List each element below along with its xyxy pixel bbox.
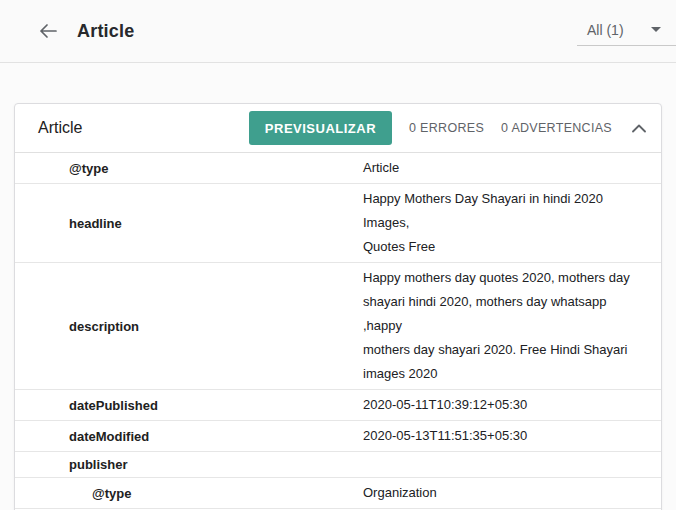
field-value: Happy mothers day quotes 2020, mothers d… bbox=[363, 263, 661, 389]
field-value bbox=[363, 462, 661, 468]
field-key: @type bbox=[15, 481, 363, 506]
field-key: description bbox=[15, 314, 363, 339]
caret-down-icon bbox=[651, 27, 661, 32]
table-row[interactable]: publisher bbox=[15, 452, 661, 478]
chevron-up-icon bbox=[632, 124, 646, 133]
schema-table: @type Article headline Happy Mothers Day… bbox=[15, 153, 661, 510]
table-row[interactable]: datePublished 2020-05-11T10:39:12+05:30 bbox=[15, 390, 661, 421]
field-value: Happy Mothers Day Shayari in hindi 2020 … bbox=[363, 184, 661, 262]
card-header: Article PREVISUALIZAR 0 ERRORES 0 ADVERT… bbox=[15, 104, 661, 153]
field-key: headline bbox=[15, 211, 363, 236]
card-title: Article bbox=[38, 119, 82, 137]
arrow-left-icon bbox=[39, 24, 57, 38]
collapse-button[interactable] bbox=[632, 124, 646, 133]
field-key: dateModified bbox=[15, 424, 363, 449]
field-value: Organization bbox=[363, 478, 661, 508]
app-bar: Article All (1) bbox=[0, 0, 676, 63]
table-row[interactable]: @type Article bbox=[15, 153, 661, 184]
article-card: Article PREVISUALIZAR 0 ERRORES 0 ADVERT… bbox=[14, 103, 662, 510]
result-filter-dropdown[interactable]: All (1) bbox=[577, 14, 676, 46]
table-row[interactable]: description Happy mothers day quotes 202… bbox=[15, 263, 661, 390]
preview-button[interactable]: PREVISUALIZAR bbox=[249, 111, 392, 145]
field-value: 2020-05-11T10:39:12+05:30 bbox=[363, 390, 661, 420]
table-row[interactable]: headline Happy Mothers Day Shayari in hi… bbox=[15, 184, 661, 263]
filter-label: All (1) bbox=[587, 22, 624, 38]
page-title: Article bbox=[77, 21, 134, 42]
table-row[interactable]: @type Organization bbox=[15, 478, 661, 509]
field-key: datePublished bbox=[15, 393, 363, 418]
warnings-count[interactable]: 0 ADVERTENCIAS bbox=[501, 121, 612, 135]
field-value: Article bbox=[363, 153, 661, 183]
errors-count[interactable]: 0 ERRORES bbox=[409, 121, 484, 135]
field-key: @type bbox=[15, 156, 363, 181]
table-row[interactable]: dateModified 2020-05-13T11:51:35+05:30 bbox=[15, 421, 661, 452]
back-button[interactable] bbox=[36, 19, 60, 43]
field-value: 2020-05-13T11:51:35+05:30 bbox=[363, 421, 661, 451]
field-key: publisher bbox=[15, 452, 363, 477]
